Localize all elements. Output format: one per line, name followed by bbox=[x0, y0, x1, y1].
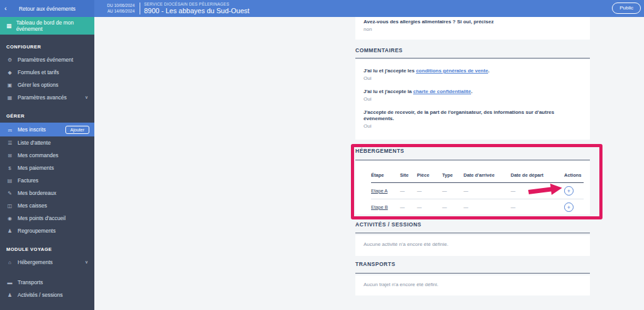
cgv-link[interactable]: conditions générales de vente bbox=[416, 68, 488, 74]
note-icon: ✎ bbox=[5, 191, 14, 196]
cart-icon: ⊞ bbox=[5, 153, 14, 158]
sidebar-item-factures[interactable]: ▤ Factures bbox=[0, 174, 94, 187]
cell-site: — bbox=[400, 199, 417, 215]
sidebar-item-label: Paramètres événement bbox=[18, 57, 73, 63]
dollar-icon: $ bbox=[5, 165, 14, 171]
public-button[interactable]: Public bbox=[612, 3, 641, 14]
back-to-events-button[interactable]: ‹ Retour aux événements bbox=[0, 0, 94, 17]
sidebar-item-parametres-avances[interactable]: ▦ Paramètres avancés ∨ bbox=[0, 91, 94, 104]
add-inscrit-button[interactable]: Ajouter bbox=[65, 126, 89, 134]
chevron-left-icon: ‹ bbox=[4, 4, 7, 13]
comment-answer: Oui bbox=[364, 123, 582, 130]
sidebar: ▦ Tableau de bord de mon événement CONFI… bbox=[0, 17, 94, 310]
col-date-arrivee: Date d'arrivée bbox=[464, 170, 511, 183]
comment-answer: Oui bbox=[364, 75, 582, 82]
sidebar-item-label: Formules et tarifs bbox=[18, 69, 59, 75]
cell-arrivee: — bbox=[464, 199, 511, 215]
sidebar-item-mes-paiements[interactable]: $ Mes paiements bbox=[0, 162, 94, 174]
sidebar-item-mes-caisses[interactable]: ◫ Mes caisses bbox=[0, 199, 94, 212]
event-header: SERVICE DIOCÉSAIN DES PÈLERINAGES 8900 -… bbox=[144, 2, 250, 14]
sidebar-item-formules-tarifs[interactable]: ◆ Formules et tarifs bbox=[0, 66, 94, 79]
section-divider bbox=[355, 273, 590, 274]
comment-text: J'ai lu et j'accepte les bbox=[364, 68, 416, 74]
sidebar-item-dashboard[interactable]: ▦ Tableau de bord de mon événement bbox=[0, 17, 94, 35]
activities-section-title: ACTIVITÉS / SESSIONS bbox=[355, 221, 590, 228]
sidebar-item-regroupements[interactable]: ♟ Regroupements bbox=[0, 224, 94, 237]
transports-empty-message: Aucun trajet n'a encore été défini. bbox=[364, 282, 582, 287]
col-actions: Actions bbox=[564, 170, 584, 183]
event-title: 8900 - Les abbayes du Sud-Ouest bbox=[144, 7, 250, 14]
comment-suffix: . bbox=[488, 68, 489, 74]
organization-name: SERVICE DIOCÉSAIN DES PÈLERINAGES bbox=[144, 2, 250, 6]
col-date-depart: Date de départ bbox=[511, 170, 564, 183]
hebergements-card: Étape Site Pièce Type Date d'arrivée Dat… bbox=[355, 161, 590, 214]
section-divider bbox=[355, 58, 590, 58]
sidebar-section-module-voyage: MODULE VOYAGE bbox=[0, 243, 94, 256]
event-dates: DU 10/06/2024 AU 14/06/2024 bbox=[94, 0, 135, 17]
list-icon: ☰ bbox=[5, 140, 14, 146]
group-icon: ♟ bbox=[5, 292, 14, 298]
col-piece: Pièce bbox=[417, 170, 442, 183]
etape-b-link[interactable]: Etape B bbox=[371, 204, 388, 210]
privacy-link[interactable]: charte de confidentialité bbox=[413, 89, 471, 94]
cash-icon: ◫ bbox=[5, 203, 14, 209]
sidebar-item-transports[interactable]: ▬ Transports bbox=[0, 276, 94, 289]
sidebar-item-label: Mes points d'accueil bbox=[18, 215, 65, 221]
grid-icon: ▦ bbox=[4, 23, 14, 29]
sidebar-item-points-accueil[interactable]: ◉ Mes points d'accueil bbox=[0, 212, 94, 224]
sidebar-item-activites-sessions[interactable]: ♟ Activités / sessions bbox=[0, 289, 94, 301]
sidebar-item-label: Mes bordereaux bbox=[18, 190, 56, 196]
comment-item: J'ai lu et j'accepte la charte de confid… bbox=[364, 89, 582, 102]
activities-card: Aucune activité n'a encore été définie. bbox=[355, 235, 590, 256]
sidebar-item-label: Factures bbox=[18, 177, 38, 184]
main-content: Avez-vous des allergies alimentaires ? S… bbox=[94, 17, 644, 310]
sidebar-item-mes-commandes[interactable]: ⊞ Mes commandes bbox=[0, 149, 94, 162]
allergy-question: Avez-vous des allergies alimentaires ? S… bbox=[364, 19, 582, 25]
sidebar-item-label: Hébergements bbox=[18, 259, 53, 265]
add-hebergement-etape-a-button[interactable]: + bbox=[564, 186, 574, 196]
bus-icon: ▬ bbox=[5, 280, 14, 285]
cell-depart: — bbox=[511, 183, 564, 199]
allergy-answer: non bbox=[364, 26, 582, 33]
person-icon: ♟ bbox=[5, 228, 14, 234]
comment-item: J'accepte de recevoir, de la part de l'o… bbox=[364, 109, 582, 130]
table-header-row: Étape Site Pièce Type Date d'arrivée Dat… bbox=[371, 170, 584, 183]
comment-item: J'ai lu et j'accepte les conditions géné… bbox=[364, 68, 582, 82]
cell-arrivee: — bbox=[464, 183, 511, 199]
sidebar-item-label: Activités / sessions bbox=[18, 292, 63, 298]
add-hebergement-etape-b-button[interactable]: + bbox=[564, 202, 574, 212]
sidebar-item-label: Mes inscrits bbox=[18, 126, 46, 133]
sidebar-item-label: Paramètres avancés bbox=[18, 94, 67, 101]
comments-section-title: COMMENTAIRES bbox=[355, 47, 590, 53]
sidebar-item-gerer-options[interactable]: ▣ Gérer les options bbox=[0, 79, 94, 91]
section-divider bbox=[355, 233, 590, 233]
sidebar-item-parametres-evenement[interactable]: ⚙ Paramètres événement bbox=[0, 53, 94, 66]
transports-card: Aucun trajet n'a encore été défini. bbox=[355, 275, 590, 296]
cell-type: — bbox=[442, 199, 464, 215]
card-icon: ▣ bbox=[5, 82, 14, 88]
etape-a-link[interactable]: Etape A bbox=[371, 188, 387, 194]
activities-empty-message: Aucune activité n'a encore été définie. bbox=[364, 241, 582, 247]
sidebar-item-liste-attente[interactable]: ☰ Liste d'attente bbox=[0, 136, 94, 149]
sidebar-item-hebergements[interactable]: ⌂ Hébergements ∨ bbox=[0, 256, 94, 268]
cell-type: — bbox=[442, 183, 464, 199]
file-icon: ▤ bbox=[5, 178, 14, 184]
hebergements-section-title: HÉBERGEMENTS bbox=[355, 148, 590, 154]
cell-piece: — bbox=[417, 199, 442, 215]
gear-icon: ⚙ bbox=[5, 57, 14, 63]
sidebar-spacer bbox=[0, 268, 94, 276]
date-from: DU 10/06/2024 bbox=[107, 3, 135, 9]
sidebar-item-label: Gérer les options bbox=[18, 82, 58, 88]
section-divider bbox=[355, 160, 590, 160]
allergy-card: Avez-vous des allergies alimentaires ? S… bbox=[355, 17, 590, 40]
sidebar-section-gerer: GÉRER bbox=[0, 110, 94, 123]
chevron-down-icon: ∨ bbox=[85, 95, 88, 100]
comment-text: J'accepte de recevoir, de la part de l'o… bbox=[364, 109, 554, 121]
comment-suffix: . bbox=[471, 89, 472, 94]
hebergements-table: Étape Site Pièce Type Date d'arrivée Dat… bbox=[371, 170, 584, 214]
comments-card: J'ai lu et j'accepte les conditions géné… bbox=[355, 60, 590, 140]
sidebar-item-mes-inscrits[interactable]: ⚎ Mes inscrits Ajouter bbox=[0, 123, 94, 136]
sidebar-item-mes-bordereaux[interactable]: ✎ Mes bordereaux bbox=[0, 187, 94, 199]
sidebar-section-configurer: CONFIGURER bbox=[0, 41, 94, 53]
home-icon: ⌂ bbox=[5, 260, 14, 265]
